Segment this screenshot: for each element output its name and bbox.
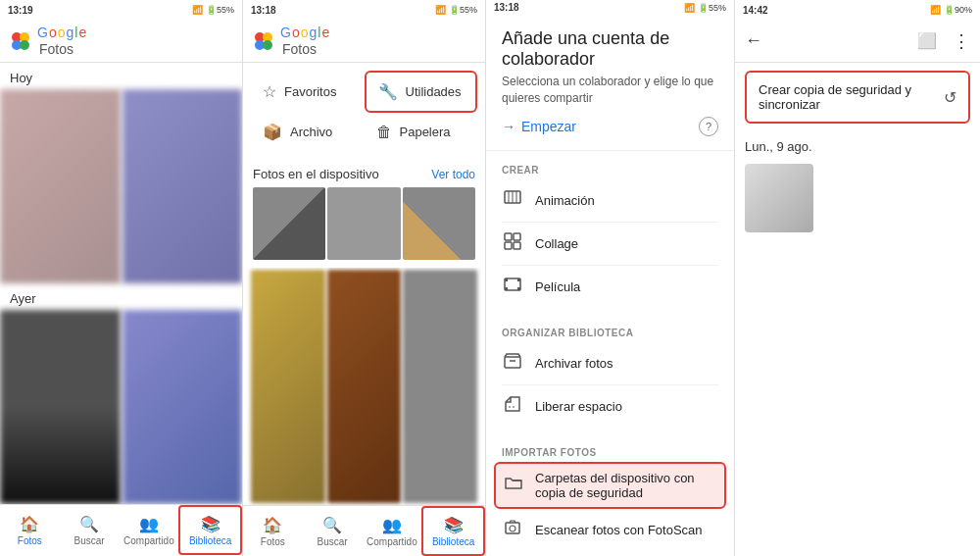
brand-text: Google Fotos	[37, 25, 86, 58]
section-ayer: Ayer	[0, 283, 242, 310]
device-title: Fotos en el dispositivo	[253, 167, 379, 181]
panel-google-photos-main: 13:19 📶 🔋55% Google Fotos Hoy	[0, 0, 243, 556]
menu-papelera[interactable]: 🗑 Papelera	[365, 113, 478, 151]
wifi-icon-4: 📶	[930, 5, 941, 15]
archivo-label: Archivo	[290, 125, 332, 139]
archivo-icon: 📦	[263, 123, 282, 141]
backup-option[interactable]: Crear copia de seguridad y sincronizar ↺	[745, 71, 970, 124]
nav-biblioteca-2[interactable]: 📚 Biblioteca	[421, 506, 485, 556]
photo-thumb[interactable]	[0, 89, 121, 283]
biblioteca-icon-2: 📚	[444, 516, 464, 534]
nav-fotos-2[interactable]: 🏠 Fotos	[243, 506, 303, 556]
status-bar-2: 13:18 📶 🔋55%	[243, 0, 485, 20]
nav-compartido-label: Compartido	[123, 535, 174, 546]
photo-thumb[interactable]	[122, 310, 243, 504]
favoritos-icon: ☆	[263, 82, 276, 101]
svg-rect-13	[514, 233, 520, 240]
brand-text-2: Google Fotos	[280, 25, 329, 58]
nav-buscar-label: Buscar	[74, 535, 105, 546]
status-icons-1: 📶 🔋55%	[192, 5, 234, 15]
nav-buscar-label-2: Buscar	[318, 536, 348, 547]
organizar-section: ORGANIZAR BIBLIOTECA Archivar fotos Libe…	[486, 314, 734, 433]
utilidades-label: Utilidades	[406, 84, 462, 99]
empezar-label: Empezar	[521, 119, 576, 134]
archivar-label: Archivar fotos	[535, 356, 612, 371]
importar-section: IMPORTAR FOTOS Carpetas del dispositivo …	[486, 433, 734, 556]
menu-utilidades[interactable]: 🔧 Utilidades	[365, 71, 478, 113]
compartido-icon: 👥	[139, 515, 159, 533]
menu-archivo[interactable]: 📦 Archivo	[251, 113, 365, 151]
nav-buscar-1[interactable]: 🔍 Buscar	[60, 505, 120, 555]
wifi-icon: 📶	[192, 5, 203, 15]
header-2: Google Fotos	[243, 20, 485, 63]
status-icons-3: 📶 🔋55%	[684, 3, 726, 13]
svg-rect-17	[505, 278, 508, 281]
svg-rect-15	[514, 242, 520, 249]
app-name-2: Fotos	[282, 41, 317, 57]
ver-todo-btn[interactable]: Ver todo	[431, 168, 475, 181]
status-bar-1: 13:19 📶 🔋55%	[0, 0, 242, 20]
time-2: 13:18	[251, 5, 276, 16]
util-pelicula[interactable]: Película	[502, 266, 718, 308]
util-collage[interactable]: Collage	[502, 223, 718, 266]
svg-point-25	[510, 526, 515, 531]
liberar-label: Liberar espacio	[535, 399, 622, 414]
bottom-nav-2: 🏠 Fotos 🔍 Buscar 👥 Compartido 📚 Bibliote…	[243, 505, 485, 556]
menu-favoritos[interactable]: ☆ Favoritos	[251, 71, 365, 113]
photo-thumb[interactable]	[122, 89, 243, 283]
help-icon[interactable]: ?	[699, 117, 718, 136]
device-thumb-1[interactable]	[253, 187, 325, 260]
nav-biblioteca-1[interactable]: 📚 Biblioteca	[178, 505, 242, 555]
svg-rect-12	[505, 233, 512, 240]
photo-thumb[interactable]	[0, 310, 121, 504]
battery-icon: 🔋55%	[206, 5, 234, 15]
util-fotoscan[interactable]: Escanear fotos con FotoScan	[502, 509, 718, 551]
svg-rect-20	[517, 287, 520, 290]
papelera-label: Papelera	[400, 125, 451, 139]
fotoscan-label: Escanear fotos con FotoScan	[535, 523, 703, 537]
device-section: Fotos en el dispositivo Ver todo	[243, 159, 485, 268]
panel-backup: 14:42 📶 🔋90% ← ⬜ ⋮ Crear copia de seguri…	[735, 0, 980, 556]
util-liberar[interactable]: Liberar espacio	[502, 385, 718, 428]
device-thumb-3[interactable]	[403, 187, 475, 260]
compartido-icon-2: 👥	[382, 516, 402, 534]
cast-icon[interactable]: ⬜	[917, 31, 937, 50]
back-bar: ← ⬜ ⋮	[735, 20, 980, 63]
collab-subtitle: Selecciona un colaborador y elige lo que…	[502, 74, 718, 107]
empezar-btn[interactable]: → Empezar	[502, 119, 576, 134]
backup-label: Crear copia de seguridad y sincronizar	[759, 82, 944, 112]
importar-header: IMPORTAR FOTOS	[502, 439, 718, 462]
nav-compartido-2[interactable]: 👥 Compartido	[363, 506, 422, 556]
utilidades-icon: 🔧	[378, 82, 398, 101]
status-bar-3: 13:18 📶 🔋55%	[486, 0, 734, 15]
collab-title: Añade una cuenta de colaborador	[502, 28, 718, 70]
panel-utilities: 13:18 📶 🔋55% Añade una cuenta de colabor…	[486, 0, 735, 556]
status-icons-2: 📶 🔋55%	[435, 5, 477, 15]
util-carpetas[interactable]: Carpetas del dispositivo con copia de se…	[494, 462, 726, 509]
util-archivar[interactable]: Archivar fotos	[502, 342, 718, 385]
section-hoy: Hoy	[0, 63, 242, 89]
more-menu-icon[interactable]: ⋮	[953, 30, 970, 52]
time-1: 13:19	[8, 5, 33, 16]
device-photo-a[interactable]	[251, 270, 325, 503]
status-bar-4: 14:42 📶 🔋90%	[735, 0, 980, 20]
svg-rect-18	[517, 278, 520, 281]
device-thumb-2[interactable]	[327, 187, 400, 260]
animacion-icon	[502, 188, 523, 213]
device-photo-b[interactable]	[327, 270, 402, 503]
svg-rect-19	[505, 287, 508, 290]
backup-thumb[interactable]	[745, 164, 813, 232]
nav-buscar-2[interactable]: 🔍 Buscar	[303, 506, 363, 556]
device-photo-c[interactable]	[403, 270, 477, 503]
collage-icon	[502, 231, 523, 256]
back-button[interactable]: ←	[745, 30, 762, 51]
animacion-label: Animación	[535, 193, 595, 208]
nav-compartido-1[interactable]: 👥 Compartido	[120, 505, 179, 555]
empezar-arrow: →	[502, 119, 515, 134]
google-photos-logo-2: Google Fotos	[253, 25, 329, 58]
gp-icon-2	[253, 30, 274, 52]
util-animacion[interactable]: Animación	[502, 179, 718, 223]
backup-sync-icon: ↺	[944, 88, 956, 107]
nav-fotos-1[interactable]: 🏠 Fotos	[0, 505, 60, 555]
library-menu: ☆ Favoritos 🔧 Utilidades 📦 Archivo 🗑 Pap…	[243, 63, 485, 159]
